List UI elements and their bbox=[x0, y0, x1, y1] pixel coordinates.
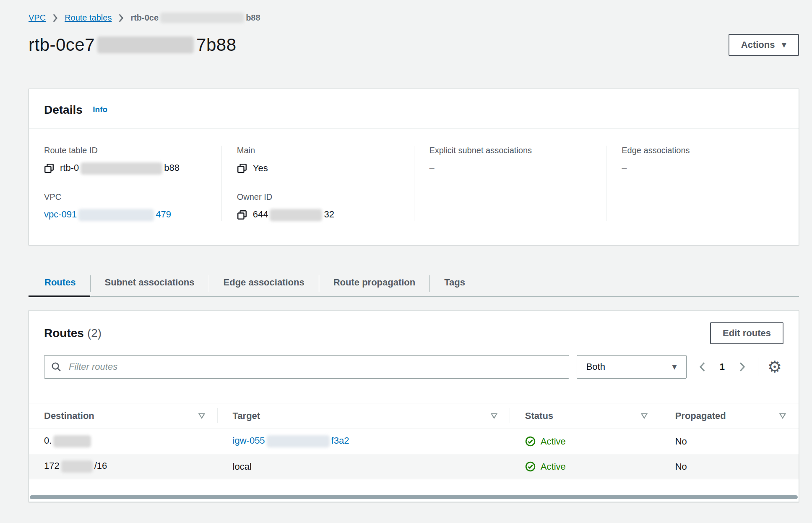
edit-routes-button[interactable]: Edit routes bbox=[710, 322, 783, 344]
details-title: Details bbox=[44, 103, 83, 116]
routes-table: Destination Target Status bbox=[29, 403, 799, 479]
routes-panel-title: Routes(2) bbox=[44, 327, 102, 340]
copy-icon[interactable] bbox=[237, 210, 247, 220]
field-vpc: VPC vpc-091479 bbox=[44, 192, 206, 221]
internet-gateway-link[interactable]: igw-055f3a2 bbox=[233, 435, 349, 446]
field-route-table-id: Route table ID rtb-0b88 bbox=[44, 146, 206, 175]
field-value: Yes bbox=[237, 162, 399, 175]
chevron-left-icon bbox=[699, 362, 705, 372]
field-main: Main Yes bbox=[237, 146, 399, 175]
details-column-3: Explicit subnet associations – bbox=[414, 146, 606, 221]
caret-down-icon: ▼ bbox=[672, 364, 677, 370]
routes-count: (2) bbox=[87, 327, 102, 340]
column-header-propagated[interactable]: Propagated bbox=[660, 403, 799, 429]
field-label: Route table ID bbox=[44, 146, 206, 155]
copy-icon[interactable] bbox=[237, 163, 247, 173]
field-edge-associations: Edge associations – bbox=[622, 146, 783, 175]
redacted-text bbox=[78, 209, 154, 221]
page-number[interactable]: 1 bbox=[720, 361, 725, 372]
field-value: 64432 bbox=[237, 209, 399, 221]
details-grid: Route table ID rtb-0b88 VPC vpc bbox=[29, 129, 799, 245]
status-active-check-icon bbox=[525, 436, 536, 447]
field-label: Main bbox=[237, 146, 399, 155]
status-active-check-icon bbox=[525, 461, 536, 472]
table-row: 172/16 local Active No bbox=[29, 454, 799, 479]
status-cell: Active bbox=[510, 429, 660, 454]
column-header-target[interactable]: Target bbox=[218, 403, 510, 429]
main-value: Yes bbox=[253, 163, 268, 174]
route-table-id-value: rtb-0b88 bbox=[60, 162, 180, 175]
redacted-text bbox=[81, 162, 162, 175]
breadcrumb: VPC Route tables rtb-0ce b88 bbox=[29, 0, 799, 23]
settings-gear-icon[interactable]: ⚙ bbox=[766, 359, 783, 375]
page: VPC Route tables rtb-0ce b88 rtb-0ce7 7b… bbox=[29, 0, 799, 502]
search-icon bbox=[51, 361, 62, 372]
column-header-destination[interactable]: Destination bbox=[29, 403, 218, 429]
sort-icon bbox=[198, 413, 205, 419]
redacted-text bbox=[270, 209, 322, 221]
actions-button[interactable]: Actions ▼ bbox=[729, 34, 799, 56]
column-header-status[interactable]: Status bbox=[510, 403, 660, 429]
details-column-4: Edge associations – bbox=[606, 146, 799, 221]
filter-routes-input[interactable] bbox=[44, 355, 569, 379]
toolbar-divider bbox=[758, 358, 758, 376]
redacted-text bbox=[97, 37, 194, 53]
page-header: rtb-0ce7 7b88 Actions ▼ bbox=[29, 34, 799, 56]
redacted-text bbox=[267, 435, 330, 447]
propagated-cell: No bbox=[660, 429, 799, 454]
chevron-right-icon bbox=[739, 362, 745, 372]
destination-cell: 0. bbox=[29, 429, 218, 454]
details-column-1: Route table ID rtb-0b88 VPC vpc bbox=[29, 146, 221, 221]
caret-down-icon: ▼ bbox=[781, 42, 786, 48]
target-cell: igw-055f3a2 bbox=[218, 429, 510, 454]
routes-panel: Routes(2) Edit routes Both ▼ 1 bbox=[29, 310, 799, 502]
info-link[interactable]: Info bbox=[93, 105, 107, 114]
owner-id-value: 64432 bbox=[253, 209, 334, 221]
routes-panel-header: Routes(2) Edit routes bbox=[29, 311, 799, 344]
breadcrumb-link-vpc[interactable]: VPC bbox=[29, 13, 46, 23]
breadcrumb-link-route-tables[interactable]: Route tables bbox=[65, 13, 112, 23]
field-owner-id: Owner ID 64432 bbox=[237, 192, 399, 221]
status-cell: Active bbox=[510, 454, 660, 479]
tab-subnet-associations[interactable]: Subnet associations bbox=[91, 271, 209, 296]
breadcrumb-chevron-icon bbox=[52, 14, 58, 22]
field-value: – bbox=[622, 162, 783, 175]
table-row: 0. igw-055f3a2 Active No bbox=[29, 429, 799, 454]
next-page-button[interactable] bbox=[737, 360, 747, 374]
redacted-text bbox=[53, 435, 91, 447]
details-column-2: Main Yes Owner ID bbox=[221, 146, 414, 221]
tab-route-propagation[interactable]: Route propagation bbox=[319, 271, 430, 296]
destination-cell: 172/16 bbox=[29, 454, 218, 479]
pagination: 1 bbox=[694, 360, 750, 374]
details-card-header: Details Info bbox=[29, 89, 799, 129]
sort-icon bbox=[491, 413, 497, 419]
field-explicit-subnet-associations: Explicit subnet associations – bbox=[429, 146, 591, 175]
target-cell: local bbox=[218, 454, 510, 479]
redacted-text bbox=[160, 13, 244, 23]
field-label: VPC bbox=[44, 192, 206, 202]
filter-type-dropdown[interactable]: Both ▼ bbox=[577, 355, 687, 379]
tab-edge-associations[interactable]: Edge associations bbox=[209, 271, 319, 296]
redacted-text bbox=[61, 460, 93, 473]
sort-icon bbox=[641, 413, 648, 419]
breadcrumb-chevron-icon bbox=[118, 14, 124, 22]
tab-tags[interactable]: Tags bbox=[430, 271, 479, 296]
details-card: Details Info Route table ID rtb-0b88 bbox=[29, 89, 799, 245]
table-header-row: Destination Target Status bbox=[29, 403, 799, 429]
search-field-wrap bbox=[44, 355, 569, 379]
vpc-link[interactable]: vpc-091479 bbox=[44, 209, 171, 221]
horizontal-scrollbar[interactable] bbox=[30, 495, 798, 499]
field-value: – bbox=[429, 162, 591, 175]
previous-page-button[interactable] bbox=[697, 360, 707, 374]
copy-icon[interactable] bbox=[44, 163, 54, 173]
tab-routes[interactable]: Routes bbox=[29, 271, 90, 296]
field-label: Owner ID bbox=[237, 192, 399, 202]
field-value: vpc-091479 bbox=[44, 209, 206, 221]
field-label: Explicit subnet associations bbox=[429, 146, 591, 155]
breadcrumb-current-item: rtb-0ce b88 bbox=[130, 13, 260, 23]
tab-bar: Routes Subnet associations Edge associat… bbox=[29, 271, 799, 297]
field-label: Edge associations bbox=[622, 146, 783, 155]
sort-icon bbox=[779, 413, 786, 419]
propagated-cell: No bbox=[660, 454, 799, 479]
filter-toolbar: Both ▼ 1 ⚙ bbox=[29, 344, 799, 379]
